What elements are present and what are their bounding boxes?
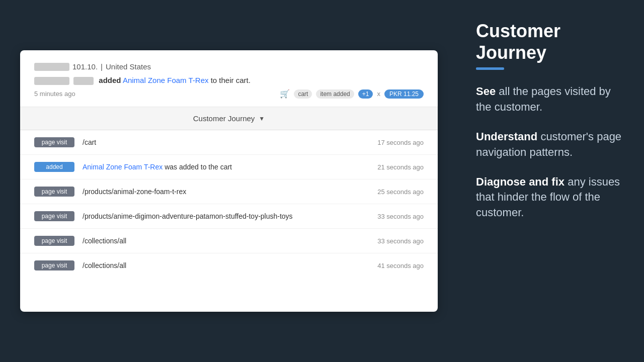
journey-item-3: page visit /products/anime-digimon-adven…: [20, 204, 438, 229]
badge-cart: cart: [294, 89, 312, 99]
user-blur-2: [73, 77, 94, 85]
journey-time-1: 21 seconds ago: [377, 163, 424, 171]
description-block-2: Diagnose and fix any issues that hinder …: [476, 174, 626, 221]
tag-page-visit-0: page visit: [34, 137, 74, 147]
time-ago: 5 minutes ago: [34, 90, 75, 98]
ip-text: 101.10.: [72, 62, 98, 71]
bold-1: Understand: [476, 130, 537, 143]
journey-time-2: 25 seconds ago: [377, 188, 424, 196]
journey-path-1: Animal Zone Foam T-Rex was added to the …: [83, 163, 369, 171]
action-text: added: [99, 76, 121, 84]
ip-address-blur: [34, 63, 69, 71]
journey-item-5: page visit /collections/all 41 seconds a…: [20, 253, 438, 278]
journey-list: page visit /cart 17 seconds ago added An…: [20, 130, 438, 278]
journey-time-4: 33 seconds ago: [377, 237, 424, 245]
journey-path-3: /products/anime-digimon-adventure-patamo…: [83, 212, 369, 220]
tag-page-visit-3: page visit: [34, 211, 74, 221]
badge-plus1: +1: [358, 89, 373, 99]
activity-line: added Animal Zone Foam T-Rex to their ca…: [34, 76, 424, 85]
description-block-1: Understand customer's page navigation pa…: [476, 129, 626, 160]
description-block-0: See all the pages visited by the custome…: [476, 84, 626, 115]
tag-page-visit-2: page visit: [34, 187, 74, 197]
journey-item-2: page visit /products/animal-zone-foam-t-…: [20, 179, 438, 204]
tag-page-visit-4: page visit: [34, 236, 74, 246]
description-text-2: Diagnose and fix any issues that hinder …: [476, 174, 626, 221]
badge-price: PKR 11.25: [384, 89, 424, 99]
description-text-1: Understand customer's page navigation pa…: [476, 129, 626, 160]
location-text: United States: [106, 62, 151, 71]
activity-card: 101.10. | United States added Animal Zon…: [20, 50, 438, 312]
ip-location-row: 101.10. | United States: [34, 62, 424, 71]
journey-header-title: Customer Journey: [193, 114, 255, 123]
description-text-0: See all the pages visited by the custome…: [476, 84, 626, 115]
journey-time-0: 17 seconds ago: [377, 139, 424, 146]
journey-item-1: added Animal Zone Foam T-Rex was added t…: [20, 155, 438, 179]
journey-time-5: 41 seconds ago: [377, 262, 424, 269]
tag-added-1: added: [34, 162, 74, 172]
meta-row: 5 minutes ago 🛒 cart item added +1 x PKR…: [34, 89, 424, 99]
bold-0: See: [476, 85, 496, 98]
meta-x: x: [377, 90, 380, 98]
rest-0: all the pages visited by the customer.: [476, 85, 611, 113]
cart-icon: 🛒: [280, 89, 290, 99]
tail-text: to their cart.: [211, 76, 251, 84]
journey-path-5: /collections/all: [83, 261, 369, 269]
left-panel: 101.10. | United States added Animal Zon…: [0, 0, 458, 362]
user-blur-1: [34, 77, 69, 85]
accent-bar: [476, 67, 504, 70]
journey-path-4: /collections/all: [83, 237, 369, 245]
tag-page-visit-5: page visit: [34, 260, 74, 270]
product-link[interactable]: Animal Zone Foam T-Rex: [123, 76, 209, 84]
bold-2: Diagnose and fix: [476, 175, 565, 188]
journey-time-3: 33 seconds ago: [377, 213, 424, 220]
journey-path-0: /cart: [83, 138, 369, 146]
dropdown-arrow-icon: ▼: [259, 115, 265, 122]
journey-toggle[interactable]: Customer Journey ▼: [20, 107, 438, 130]
journey-item-4: page visit /collections/all 33 seconds a…: [20, 229, 438, 253]
added-product-link[interactable]: Animal Zone Foam T-Rex: [83, 163, 163, 171]
journey-item-0: page visit /cart 17 seconds ago: [20, 130, 438, 155]
added-suffix: was added to the cart: [165, 163, 232, 171]
badge-item-added: item added: [316, 89, 354, 99]
section-title: Customer Journey: [476, 20, 626, 63]
ip-separator: |: [101, 62, 103, 71]
journey-path-2: /products/animal-zone-foam-t-rex: [83, 188, 369, 196]
card-header: 101.10. | United States added Animal Zon…: [20, 50, 438, 107]
right-panel: Customer Journey See all the pages visit…: [458, 0, 644, 362]
